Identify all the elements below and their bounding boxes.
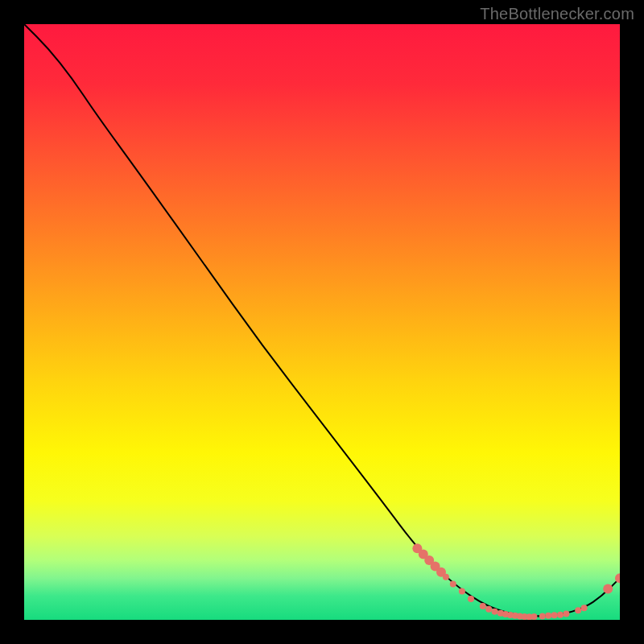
sample-point xyxy=(485,606,492,613)
sample-point xyxy=(603,584,613,594)
watermark-text: TheBottlenecker.com xyxy=(480,5,634,23)
chart-stage: TheBottlenecker.com xyxy=(0,0,644,644)
sample-point xyxy=(575,607,581,613)
sample-point xyxy=(530,613,537,620)
sample-point xyxy=(443,574,449,580)
chart-background xyxy=(24,24,620,620)
sample-point xyxy=(563,611,569,617)
chart-plot-area xyxy=(24,24,620,620)
sample-point xyxy=(581,605,588,611)
sample-point xyxy=(492,609,498,615)
sample-point xyxy=(450,581,456,588)
sample-point xyxy=(468,596,474,602)
chart-svg xyxy=(24,24,620,620)
sample-point xyxy=(557,612,564,618)
sample-point xyxy=(539,613,546,619)
sample-point xyxy=(545,613,551,619)
sample-point xyxy=(480,603,486,609)
sample-point xyxy=(459,588,465,594)
sample-point xyxy=(551,612,558,618)
